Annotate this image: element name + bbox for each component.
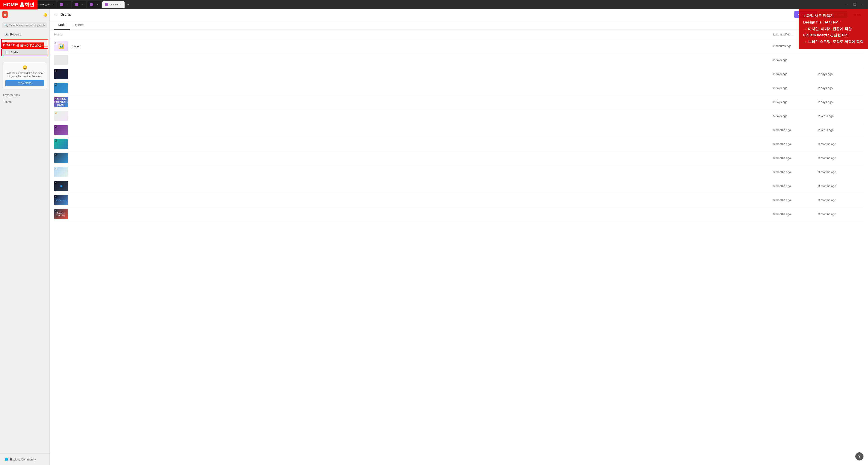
file-created: 3 months ago (818, 198, 864, 202)
file-thumbnail: F DESIGNPRESENTATIONPACK (54, 97, 68, 107)
table-row[interactable]: ★ 5 days ago 2 years ago (54, 109, 864, 123)
view-plans-button[interactable]: View plans (5, 80, 44, 86)
tab4-close-icon[interactable]: ✕ (97, 3, 98, 6)
search-icon: 🔍 (4, 24, 8, 27)
file-created: 3 months ago (818, 156, 864, 160)
table-row[interactable]: F 🖼️ Untitled 2 minutes ago (54, 39, 864, 53)
file-modified: 3 months ago (773, 128, 818, 132)
file-name: Untitled (70, 44, 81, 48)
explore-community-label: Explore Community (10, 458, 36, 461)
table-row[interactable]: F 3 months ago 2 years ago (54, 123, 864, 137)
file-thumbnail: F EmployerBranding (54, 209, 68, 219)
tab2-close-icon[interactable]: ✕ (67, 3, 69, 6)
sidebar-item-explore-community[interactable]: 🌐 Explore Community (1, 456, 48, 463)
file-modified: 2 days ago (773, 58, 818, 62)
tab3-icon (75, 3, 78, 6)
file-created: 3 months ago (818, 170, 864, 174)
restore-button[interactable]: ❐ (851, 2, 858, 7)
forward-arrow[interactable]: › (57, 13, 58, 16)
tab-deleted[interactable]: Deleted (70, 20, 88, 30)
sidebar-item-recents[interactable]: 🕐 Recents (1, 31, 48, 38)
col-name-header[interactable]: Name (54, 33, 773, 36)
file-modified: 2 days ago (773, 86, 818, 90)
file-modified: 3 months ago (773, 198, 818, 202)
file-created: 3 months ago (818, 212, 864, 216)
upgrade-box: 😊 Ready to go beyond this free plan? Upg… (2, 62, 47, 89)
file-thumbnail: F 👥 (54, 181, 68, 191)
search-box[interactable]: 🔍 (2, 22, 47, 28)
tab-4[interactable]: ✕ (87, 1, 101, 8)
sidebar: 🏠 🔔 🔍 🕐 Recents Your teams 📄 Drafts (0, 9, 50, 465)
file-modified: 3 months ago (773, 156, 818, 160)
table-row[interactable]: F 3D Box Set 3 months ago 3 months ago (54, 193, 864, 207)
file-thumbnail: F (54, 139, 68, 149)
file-thumbnail: ★ (54, 111, 68, 121)
recents-label: Recents (10, 33, 21, 36)
table-row[interactable]: F 3 months ago 3 months ago (54, 165, 864, 179)
upgrade-text: Ready to go beyond this free plan? Upgra… (5, 71, 44, 78)
annotation-design-sub: → 디자인, 이미지 편집에 적합 (803, 26, 864, 32)
table-row[interactable]: F EmployerBranding 3 months ago 3 months… (54, 207, 864, 221)
back-arrow[interactable]: ‹ (54, 13, 55, 16)
search-input[interactable] (9, 24, 45, 27)
teams-section: Teams (0, 99, 50, 105)
page-title: Drafts (60, 13, 71, 17)
home-button[interactable]: 🏠 (2, 11, 8, 18)
upgrade-icon: 😊 (5, 65, 44, 70)
minimize-button[interactable]: — (843, 2, 850, 7)
drafts-label: Drafts (10, 51, 18, 54)
table-row[interactable]: 2 days ago (54, 53, 864, 67)
drafts-icon: 📄 (5, 51, 8, 54)
recents-icon: 🕐 (4, 33, 8, 36)
sidebar-item-drafts[interactable]: 📄 Drafts (2, 49, 48, 56)
help-button[interactable]: ? (855, 452, 864, 461)
explore-icon: 🌐 (4, 458, 8, 461)
file-modified: 5 days ago (773, 114, 818, 118)
tab-3[interactable]: ✕ (72, 1, 86, 8)
file-created: 3 months ago (818, 142, 864, 146)
tab3-close-icon[interactable]: ✕ (82, 3, 84, 6)
file-created: 2 days ago (818, 100, 864, 104)
file-thumbnail: F (54, 125, 68, 135)
app-layout: 🏠 🔔 🔍 🕐 Recents Your teams 📄 Drafts (0, 9, 868, 465)
tab-untitled-icon (105, 3, 108, 6)
table-row[interactable]: F 👥 3 months ago 3 months ago (54, 179, 864, 193)
tab4-icon (90, 3, 93, 6)
titlebar: 🏠 HOME 홈화면 FIGMA교육 ✕ ✕ ✕ ✕ Untitled ✕ (0, 0, 868, 9)
annotation-overlay: + 파일 새로 만들기 Design file : 유사 PPT → 디자인, … (799, 9, 868, 49)
file-modified: 2 days ago (773, 72, 818, 76)
file-modified: 3 months ago (773, 212, 818, 216)
notifications-icon[interactable]: 🔔 (43, 12, 48, 17)
table-row[interactable]: F 3 months ago 3 months ago (54, 137, 864, 151)
tab-untitled[interactable]: Untitled ✕ (102, 1, 125, 8)
tab-drafts[interactable]: Drafts (54, 20, 70, 30)
table-row[interactable]: F 3 months ago 3 months ago (54, 151, 864, 165)
table-row[interactable]: F 2 days ago 2 days ago (54, 81, 864, 95)
table-row[interactable]: F DESIGNPRESENTATIONPACK 2 days ago 2 da… (54, 95, 864, 109)
table-row[interactable]: F 2 days ago 2 days ago (54, 67, 864, 81)
tab-close-icon[interactable]: ✕ (52, 3, 54, 6)
file-thumbnail: F (54, 83, 68, 93)
tab-figma-edu-label: FIGMA교육 (37, 3, 50, 6)
close-button[interactable]: ✕ (860, 2, 866, 7)
file-created: 2 days ago (818, 72, 864, 76)
topbar: ‹ › Drafts + Design file + FigJam board … (50, 9, 868, 20)
file-created: 2 years ago (818, 128, 864, 132)
annotation-create: + 파일 새로 만들기 (803, 13, 864, 19)
annotation-figjam-sub: → 브레인 스토밍, 도식도 제작에 적합 (803, 39, 864, 45)
file-modified: 2 days ago (773, 100, 818, 104)
content-tabs: Drafts Deleted (50, 20, 868, 30)
tab-untitled-close-icon[interactable]: ✕ (120, 3, 122, 6)
file-thumbnail: F (54, 167, 68, 177)
file-list-header: Name Last modified ↓ (54, 30, 864, 39)
file-modified: 3 months ago (773, 185, 818, 188)
sidebar-bottom: 🌐 Explore Community (0, 454, 50, 465)
new-tab-button[interactable]: + (125, 2, 131, 6)
file-created: 2 days ago (818, 86, 864, 90)
home-annotation: HOME 홈화면 (0, 0, 37, 9)
file-created: 2 years ago (818, 114, 864, 118)
file-modified: 3 months ago (773, 170, 818, 174)
tab-2[interactable]: ✕ (57, 1, 71, 8)
annotation-design-file: Design file : 유사 PPT (803, 19, 864, 26)
file-list: Name Last modified ↓ F 🖼️ Untitled 2 min… (50, 30, 868, 465)
